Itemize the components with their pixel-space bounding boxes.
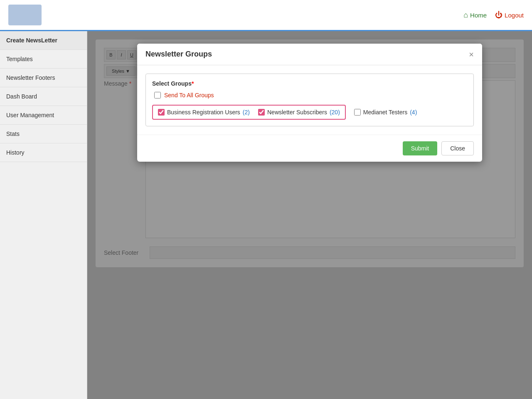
home-link[interactable]: ⌂ Home: [463, 11, 487, 20]
sidebar-item-templates[interactable]: Templates: [0, 50, 87, 69]
sidebar-item-create-newsletter[interactable]: Create NewsLetter: [0, 31, 87, 50]
modal-close-button[interactable]: ×: [469, 50, 474, 59]
newsletter-groups-modal: Newsletter Groups × Select Groups* Send …: [137, 44, 482, 162]
modal-footer: Submit Close: [137, 135, 482, 162]
modal-header: Newsletter Groups ×: [137, 44, 482, 65]
sidebar-item-dash-board[interactable]: Dash Board: [0, 87, 87, 106]
groups-selected-box: Business Registration Users (2) Newslett…: [152, 105, 346, 120]
nav-links: ⌂ Home ⏻ Logout: [463, 11, 524, 20]
sidebar-item-stats[interactable]: Stats: [0, 125, 87, 143]
group-item-medianet-test: Medianet Testers (4): [354, 109, 417, 116]
home-icon: ⌂: [463, 11, 468, 20]
main-content: B I U abc x₂ x² 🔗 ≡ ☰ → ❝ ◧ ▣ ◨ 🖼 ⚙ ⊞ 😊 …: [87, 31, 532, 399]
send-all-label: Send To All Groups: [164, 92, 214, 99]
submit-button[interactable]: Submit: [403, 141, 438, 155]
group-checkbox-newsletter-sub[interactable]: [258, 109, 265, 116]
group-label-business-reg: Business Registration Users: [167, 109, 240, 116]
groups-row: Business Registration Users (2) Newslett…: [152, 105, 467, 120]
select-groups-box: Select Groups* Send To All Groups: [145, 74, 474, 126]
send-all-row: Send To All Groups: [152, 92, 467, 99]
group-item-newsletter-sub: Newsletter Subscribers (20): [258, 109, 340, 116]
group-item-business-reg: Business Registration Users (2): [158, 109, 250, 116]
logo: [8, 5, 42, 25]
logout-icon: ⏻: [495, 11, 502, 20]
logout-label: Logout: [505, 12, 524, 19]
modal-title: Newsletter Groups: [145, 50, 212, 59]
logout-link[interactable]: ⏻ Logout: [495, 11, 524, 20]
modal-body: Select Groups* Send To All Groups: [137, 65, 482, 135]
close-button[interactable]: Close: [441, 141, 474, 155]
group-count-medianet-test: (4): [410, 109, 417, 116]
group-label-medianet-test: Medianet Testers: [363, 109, 407, 116]
logo-area: [8, 5, 42, 25]
layout: Create NewsLetter Templates Newsletter F…: [0, 31, 532, 399]
home-label: Home: [470, 12, 487, 19]
select-groups-label: Select Groups*: [152, 80, 467, 87]
group-checkbox-business-reg[interactable]: [158, 109, 165, 116]
top-header: ⌂ Home ⏻ Logout: [0, 0, 532, 31]
sidebar-item-newsletter-footers[interactable]: Newsletter Footers: [0, 69, 87, 87]
send-all-checkbox[interactable]: [154, 92, 161, 99]
group-count-business-reg: (2): [243, 109, 250, 116]
sidebar: Create NewsLetter Templates Newsletter F…: [0, 31, 87, 399]
group-count-newsletter-sub: (20): [330, 109, 340, 116]
group-checkbox-medianet-test[interactable]: [354, 109, 361, 116]
group-label-newsletter-sub: Newsletter Subscribers: [267, 109, 327, 116]
sidebar-item-user-management[interactable]: User Management: [0, 106, 87, 125]
sidebar-item-history[interactable]: History: [0, 143, 87, 162]
